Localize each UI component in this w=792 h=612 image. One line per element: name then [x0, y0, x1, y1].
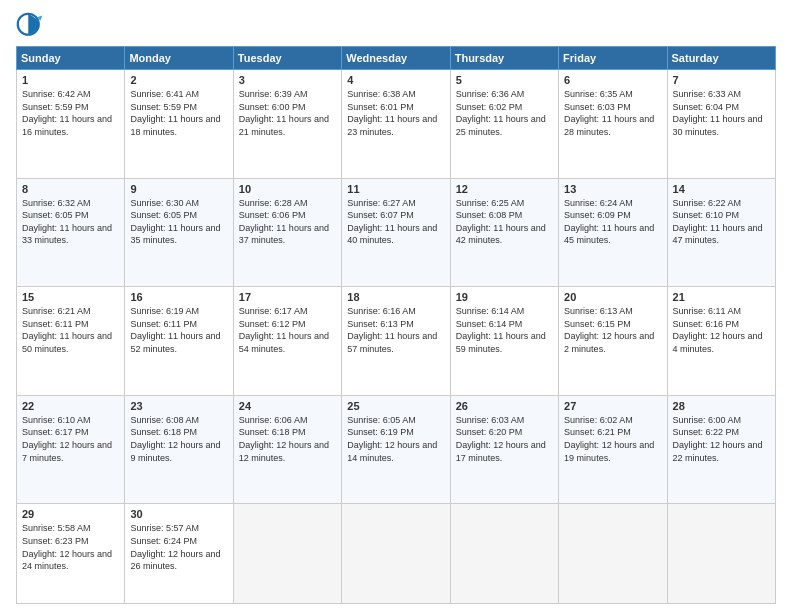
- day-number: 18: [347, 291, 444, 303]
- day-number: 25: [347, 400, 444, 412]
- calendar-cell: 15Sunrise: 6:21 AMSunset: 6:11 PMDayligh…: [17, 287, 125, 396]
- calendar-cell: 23Sunrise: 6:08 AMSunset: 6:18 PMDayligh…: [125, 395, 233, 504]
- calendar-cell: 5Sunrise: 6:36 AMSunset: 6:02 PMDaylight…: [450, 70, 558, 179]
- day-number: 27: [564, 400, 661, 412]
- cell-content: Sunrise: 6:16 AMSunset: 6:13 PMDaylight:…: [347, 305, 444, 355]
- cell-content: Sunrise: 6:02 AMSunset: 6:21 PMDaylight:…: [564, 414, 661, 464]
- cell-content: Sunrise: 6:03 AMSunset: 6:20 PMDaylight:…: [456, 414, 553, 464]
- calendar-cell: 27Sunrise: 6:02 AMSunset: 6:21 PMDayligh…: [559, 395, 667, 504]
- dow-header-saturday: Saturday: [667, 47, 775, 70]
- calendar-cell: 1Sunrise: 6:42 AMSunset: 5:59 PMDaylight…: [17, 70, 125, 179]
- day-number: 1: [22, 74, 119, 86]
- cell-content: Sunrise: 6:42 AMSunset: 5:59 PMDaylight:…: [22, 88, 119, 138]
- cell-content: Sunrise: 6:35 AMSunset: 6:03 PMDaylight:…: [564, 88, 661, 138]
- calendar-cell: 10Sunrise: 6:28 AMSunset: 6:06 PMDayligh…: [233, 178, 341, 287]
- day-number: 24: [239, 400, 336, 412]
- day-number: 6: [564, 74, 661, 86]
- calendar-cell: 14Sunrise: 6:22 AMSunset: 6:10 PMDayligh…: [667, 178, 775, 287]
- day-number: 14: [673, 183, 770, 195]
- dow-header-thursday: Thursday: [450, 47, 558, 70]
- calendar-cell: 21Sunrise: 6:11 AMSunset: 6:16 PMDayligh…: [667, 287, 775, 396]
- day-number: 29: [22, 508, 119, 520]
- cell-content: Sunrise: 6:00 AMSunset: 6:22 PMDaylight:…: [673, 414, 770, 464]
- cell-content: Sunrise: 6:41 AMSunset: 5:59 PMDaylight:…: [130, 88, 227, 138]
- day-number: 13: [564, 183, 661, 195]
- calendar-cell: 6Sunrise: 6:35 AMSunset: 6:03 PMDaylight…: [559, 70, 667, 179]
- header: [16, 12, 776, 40]
- day-number: 4: [347, 74, 444, 86]
- calendar-cell: 29Sunrise: 5:58 AMSunset: 6:23 PMDayligh…: [17, 504, 125, 604]
- cell-content: Sunrise: 6:13 AMSunset: 6:15 PMDaylight:…: [564, 305, 661, 355]
- calendar-cell: 4Sunrise: 6:38 AMSunset: 6:01 PMDaylight…: [342, 70, 450, 179]
- calendar-cell: 28Sunrise: 6:00 AMSunset: 6:22 PMDayligh…: [667, 395, 775, 504]
- cell-content: Sunrise: 6:36 AMSunset: 6:02 PMDaylight:…: [456, 88, 553, 138]
- cell-content: Sunrise: 6:05 AMSunset: 6:19 PMDaylight:…: [347, 414, 444, 464]
- day-number: 30: [130, 508, 227, 520]
- day-number: 11: [347, 183, 444, 195]
- day-number: 10: [239, 183, 336, 195]
- day-number: 12: [456, 183, 553, 195]
- day-number: 21: [673, 291, 770, 303]
- calendar-cell: 24Sunrise: 6:06 AMSunset: 6:18 PMDayligh…: [233, 395, 341, 504]
- day-number: 2: [130, 74, 227, 86]
- cell-content: Sunrise: 6:22 AMSunset: 6:10 PMDaylight:…: [673, 197, 770, 247]
- day-number: 20: [564, 291, 661, 303]
- cell-content: Sunrise: 6:10 AMSunset: 6:17 PMDaylight:…: [22, 414, 119, 464]
- calendar-cell: 8Sunrise: 6:32 AMSunset: 6:05 PMDaylight…: [17, 178, 125, 287]
- cell-content: Sunrise: 6:25 AMSunset: 6:08 PMDaylight:…: [456, 197, 553, 247]
- day-number: 22: [22, 400, 119, 412]
- calendar-cell: 26Sunrise: 6:03 AMSunset: 6:20 PMDayligh…: [450, 395, 558, 504]
- dow-header-friday: Friday: [559, 47, 667, 70]
- calendar-cell: 12Sunrise: 6:25 AMSunset: 6:08 PMDayligh…: [450, 178, 558, 287]
- day-number: 5: [456, 74, 553, 86]
- cell-content: Sunrise: 6:28 AMSunset: 6:06 PMDaylight:…: [239, 197, 336, 247]
- dow-header-monday: Monday: [125, 47, 233, 70]
- page: SundayMondayTuesdayWednesdayThursdayFrid…: [0, 0, 792, 612]
- cell-content: Sunrise: 6:27 AMSunset: 6:07 PMDaylight:…: [347, 197, 444, 247]
- day-number: 8: [22, 183, 119, 195]
- day-number: 7: [673, 74, 770, 86]
- cell-content: Sunrise: 6:39 AMSunset: 6:00 PMDaylight:…: [239, 88, 336, 138]
- cell-content: Sunrise: 6:24 AMSunset: 6:09 PMDaylight:…: [564, 197, 661, 247]
- cell-content: Sunrise: 6:14 AMSunset: 6:14 PMDaylight:…: [456, 305, 553, 355]
- calendar-cell: [233, 504, 341, 604]
- cell-content: Sunrise: 5:57 AMSunset: 6:24 PMDaylight:…: [130, 522, 227, 572]
- day-number: 3: [239, 74, 336, 86]
- dow-header-tuesday: Tuesday: [233, 47, 341, 70]
- calendar-cell: 13Sunrise: 6:24 AMSunset: 6:09 PMDayligh…: [559, 178, 667, 287]
- calendar-cell: 17Sunrise: 6:17 AMSunset: 6:12 PMDayligh…: [233, 287, 341, 396]
- calendar-cell: 9Sunrise: 6:30 AMSunset: 6:05 PMDaylight…: [125, 178, 233, 287]
- calendar-cell: 11Sunrise: 6:27 AMSunset: 6:07 PMDayligh…: [342, 178, 450, 287]
- day-number: 19: [456, 291, 553, 303]
- cell-content: Sunrise: 6:32 AMSunset: 6:05 PMDaylight:…: [22, 197, 119, 247]
- day-number: 23: [130, 400, 227, 412]
- calendar-cell: 25Sunrise: 6:05 AMSunset: 6:19 PMDayligh…: [342, 395, 450, 504]
- calendar-cell: 7Sunrise: 6:33 AMSunset: 6:04 PMDaylight…: [667, 70, 775, 179]
- calendar-cell: [667, 504, 775, 604]
- logo-icon: [16, 12, 44, 40]
- calendar-cell: 18Sunrise: 6:16 AMSunset: 6:13 PMDayligh…: [342, 287, 450, 396]
- calendar-cell: [342, 504, 450, 604]
- calendar-cell: [559, 504, 667, 604]
- calendar-cell: [450, 504, 558, 604]
- cell-content: Sunrise: 6:08 AMSunset: 6:18 PMDaylight:…: [130, 414, 227, 464]
- cell-content: Sunrise: 5:58 AMSunset: 6:23 PMDaylight:…: [22, 522, 119, 572]
- cell-content: Sunrise: 6:30 AMSunset: 6:05 PMDaylight:…: [130, 197, 227, 247]
- cell-content: Sunrise: 6:33 AMSunset: 6:04 PMDaylight:…: [673, 88, 770, 138]
- day-number: 15: [22, 291, 119, 303]
- dow-header-sunday: Sunday: [17, 47, 125, 70]
- cell-content: Sunrise: 6:19 AMSunset: 6:11 PMDaylight:…: [130, 305, 227, 355]
- cell-content: Sunrise: 6:38 AMSunset: 6:01 PMDaylight:…: [347, 88, 444, 138]
- calendar-cell: 19Sunrise: 6:14 AMSunset: 6:14 PMDayligh…: [450, 287, 558, 396]
- day-number: 16: [130, 291, 227, 303]
- calendar-cell: 20Sunrise: 6:13 AMSunset: 6:15 PMDayligh…: [559, 287, 667, 396]
- cell-content: Sunrise: 6:06 AMSunset: 6:18 PMDaylight:…: [239, 414, 336, 464]
- calendar-cell: 30Sunrise: 5:57 AMSunset: 6:24 PMDayligh…: [125, 504, 233, 604]
- calendar-cell: 3Sunrise: 6:39 AMSunset: 6:00 PMDaylight…: [233, 70, 341, 179]
- calendar-cell: 2Sunrise: 6:41 AMSunset: 5:59 PMDaylight…: [125, 70, 233, 179]
- calendar-cell: 16Sunrise: 6:19 AMSunset: 6:11 PMDayligh…: [125, 287, 233, 396]
- day-number: 9: [130, 183, 227, 195]
- calendar-cell: 22Sunrise: 6:10 AMSunset: 6:17 PMDayligh…: [17, 395, 125, 504]
- cell-content: Sunrise: 6:17 AMSunset: 6:12 PMDaylight:…: [239, 305, 336, 355]
- day-number: 28: [673, 400, 770, 412]
